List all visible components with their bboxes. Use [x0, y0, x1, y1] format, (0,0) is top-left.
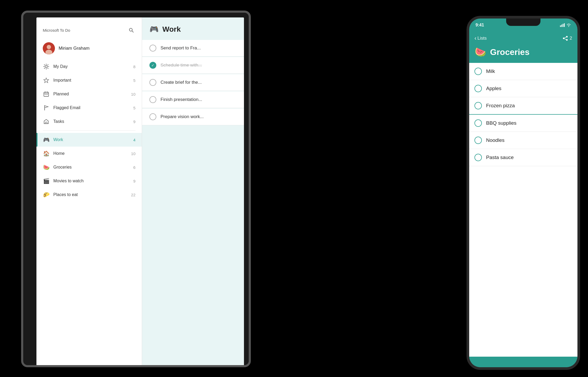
task-checkbox-completed[interactable]: ✓: [149, 62, 156, 69]
task-text: Schedule time with...: [161, 63, 237, 68]
sidebar-item-label: Groceries: [53, 165, 130, 170]
app-title: Microsoft To Do: [43, 28, 70, 32]
phone-list-item[interactable]: Apples: [469, 80, 577, 97]
sidebar-item-count: 9: [133, 119, 135, 124]
sidebar-item-tasks[interactable]: Tasks 9: [36, 115, 142, 128]
svg-rect-26: [563, 24, 563, 27]
sidebar-item-planned[interactable]: Planned 10: [36, 87, 142, 101]
search-button[interactable]: [127, 26, 135, 34]
svg-point-5: [45, 66, 47, 68]
avatar: [43, 42, 55, 54]
star-icon: [43, 77, 50, 84]
movies-emoji-icon: 🎬: [43, 178, 50, 184]
tasks-home-icon: [43, 118, 50, 125]
phone-item-checkbox[interactable]: [474, 68, 482, 75]
sidebar-item-movies[interactable]: 🎬 Movies to watch 9: [36, 174, 142, 188]
svg-line-1: [132, 31, 134, 32]
phone-item-text: Apples: [486, 86, 501, 91]
sidebar-item-count: 10: [131, 151, 135, 156]
phone-notch: [506, 18, 540, 26]
chevron-left-icon: ‹: [474, 35, 476, 42]
svg-rect-21: [47, 94, 48, 95]
sidebar-item-count: 5: [133, 78, 135, 83]
phone-list-item[interactable]: Noodles: [469, 132, 577, 149]
svg-rect-27: [564, 23, 565, 27]
phone-item-text: Noodles: [486, 137, 505, 143]
svg-point-29: [566, 36, 568, 38]
sidebar-item-work[interactable]: 🎮 Work 4: [36, 133, 142, 147]
sidebar-item-label: Flagged Email: [53, 105, 130, 110]
sidebar-item-label: Movies to watch: [53, 179, 130, 183]
sidebar-item-my-day[interactable]: My Day 8: [36, 60, 142, 73]
svg-line-12: [48, 65, 48, 65]
phone-list-item[interactable]: Milk: [469, 63, 577, 80]
phone-time: 9:41: [476, 23, 484, 27]
phone-status-bar: 9:41: [469, 18, 577, 32]
sidebar-item-label: My Day: [53, 64, 130, 69]
phone-list-item[interactable]: Pasta sauce: [469, 149, 577, 166]
sidebar-item-count: 8: [133, 64, 135, 69]
task-checkbox[interactable]: [149, 79, 156, 86]
svg-rect-19: [45, 94, 45, 95]
sidebar-item-important[interactable]: Important 5: [36, 73, 142, 87]
flag-icon: [43, 104, 50, 111]
task-text: Prepare vision work...: [161, 114, 237, 119]
phone-item-text: Pasta sauce: [486, 155, 514, 160]
phone-list-item[interactable]: Frozen pizza: [469, 97, 577, 115]
phone-nav-bar: ‹ Lists 2: [469, 32, 577, 44]
phone-item-checkbox[interactable]: [474, 119, 482, 127]
task-checkbox[interactable]: [149, 96, 156, 103]
phone-item-checkbox[interactable]: [474, 85, 482, 92]
phone-share-button[interactable]: 2: [562, 36, 572, 41]
phone-list-name: Groceries: [490, 47, 529, 57]
groceries-emoji-icon: 🍉: [43, 164, 50, 171]
phone-list-emoji: 🍉: [474, 46, 486, 58]
sidebar-item-places[interactable]: 🌮 Places to eat 22: [36, 188, 142, 202]
svg-line-10: [44, 65, 45, 65]
task-item[interactable]: Create brief for the...: [142, 74, 244, 91]
phone-item-checkbox[interactable]: [474, 102, 482, 109]
svg-point-28: [563, 38, 565, 39]
phone-item-text: Milk: [486, 68, 495, 74]
sidebar-item-label: Planned: [53, 92, 127, 96]
svg-rect-20: [46, 94, 47, 95]
task-item[interactable]: Send report to Fra...: [142, 40, 244, 57]
task-list: Send report to Fra... ✓ Schedule time wi…: [142, 40, 244, 125]
sun-icon: [43, 63, 50, 70]
phone-item-checkbox[interactable]: [474, 137, 482, 144]
sidebar-item-home[interactable]: 🏠 Home 10: [36, 147, 142, 160]
work-panel-title: Work: [162, 25, 181, 34]
phone-back-label: Lists: [477, 36, 487, 41]
task-item[interactable]: Prepare vision work...: [142, 109, 244, 125]
sidebar-item-count: 9: [133, 179, 135, 183]
work-panel-emoji: 🎮: [149, 25, 159, 34]
work-emoji-icon: 🎮: [43, 136, 50, 143]
phone-item-text: Frozen pizza: [486, 103, 515, 109]
task-item[interactable]: ✓ Schedule time with...: [142, 57, 244, 74]
sidebar-nav: My Day 8 Important 5: [36, 60, 142, 367]
sidebar: Microsoft To Do Miria: [36, 17, 142, 367]
phone-list-item[interactable]: BBQ supplies: [469, 115, 577, 132]
sidebar-item-flagged-email[interactable]: Flagged Email 5: [36, 101, 142, 115]
nav-divider: [43, 131, 135, 131]
sidebar-header: Microsoft To Do: [36, 23, 142, 40]
sidebar-item-count: 22: [131, 193, 135, 197]
sidebar-item-groceries[interactable]: 🍉 Groceries 6: [36, 160, 142, 174]
phone-device: 9:41 ‹ Lists: [467, 16, 580, 370]
svg-line-11: [48, 68, 48, 68]
work-panel: 🎮 Work Send report to Fra... ✓ Schedule …: [142, 17, 244, 367]
share-count: 2: [570, 36, 572, 41]
places-emoji-icon: 🌮: [43, 191, 50, 198]
phone-back-button[interactable]: ‹ Lists: [474, 35, 487, 42]
task-checkbox[interactable]: [149, 113, 156, 120]
sidebar-item-count: 5: [133, 106, 135, 110]
svg-marker-14: [44, 78, 49, 83]
task-item[interactable]: Finish presentation...: [142, 91, 244, 108]
svg-point-30: [566, 39, 568, 41]
phone-item-checkbox[interactable]: [474, 154, 482, 161]
task-checkbox[interactable]: [149, 45, 156, 52]
task-text: Send report to Fra...: [161, 45, 237, 51]
svg-line-32: [565, 39, 566, 40]
sidebar-item-label: Important: [53, 78, 130, 83]
work-panel-header: 🎮 Work: [142, 25, 244, 40]
